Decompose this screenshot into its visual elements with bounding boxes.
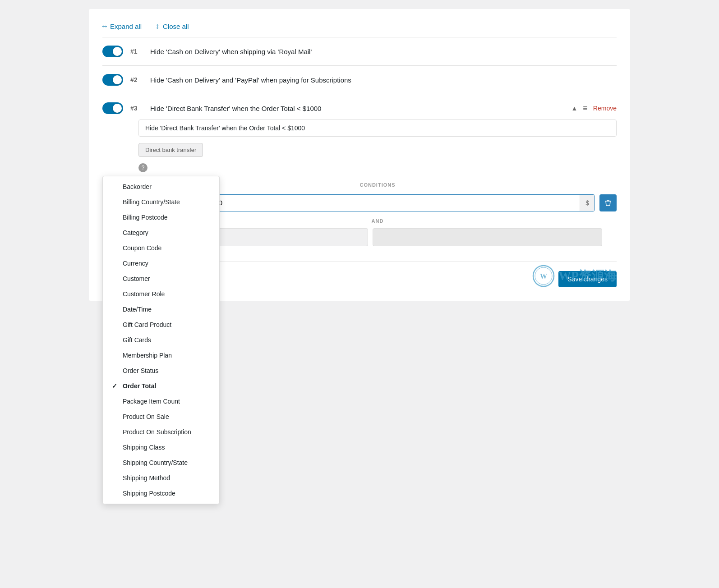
close-all-button[interactable]: ⤡ Close all [155, 23, 189, 30]
close-all-label: Close all [163, 23, 189, 30]
wp-logo-icon: W [532, 265, 555, 287]
dropdown-item[interactable]: Order Status [103, 363, 219, 378]
method-pill[interactable]: Direct bank transfer [138, 143, 203, 157]
dropdown-item[interactable]: Coupon Code [103, 240, 219, 256]
delete-condition-button[interactable] [599, 194, 617, 211]
dropdown-item-label: Shipping Method [123, 474, 170, 482]
description-field-group [138, 119, 617, 137]
svg-text:W: W [540, 272, 547, 280]
dropdown-item[interactable]: Membership Plan [103, 348, 219, 363]
dropdown-item-label: Product On Sale [123, 413, 169, 420]
payment-method-pills: Direct bank transfer [138, 143, 617, 157]
rule-3-title: Hide 'Direct Bank Transfer' when the Ord… [150, 105, 564, 112]
rule-1-title: Hide 'Cash on Delivery' when shipping vi… [150, 48, 617, 55]
dropdown-item-label: Date/Time [123, 306, 152, 313]
rule-3-actions: ▲ ≡ Remove [571, 104, 617, 113]
rule-1-num: #1 [130, 48, 143, 55]
sort-up-icon[interactable]: ▲ [571, 105, 577, 112]
help-icon[interactable]: ? [138, 163, 147, 172]
dropdown-item-label: Package Item Count [123, 398, 180, 405]
dropdown-item-label: Coupon Code [123, 244, 161, 252]
close-icon: ⤡ [153, 22, 161, 30]
dropdown-item-label: Order Status [123, 367, 158, 374]
rule-2-num: #2 [130, 76, 143, 83]
expand-all-label: Expand all [110, 23, 142, 30]
dropdown-menu: BackorderBilling Country/StateBilling Po… [102, 176, 220, 504]
dropdown-item[interactable]: Shipping Method [103, 470, 219, 486]
dropdown-item[interactable]: Backorder [103, 179, 219, 194]
dropdown-item-label: Customer Role [123, 290, 165, 298]
dropdown-item-label: Customer [123, 275, 150, 282]
dropdown-item-label: Currency [123, 260, 148, 267]
dropdown-item-label: Membership Plan [123, 352, 172, 359]
dropdown-item[interactable]: Product On Subscription [103, 424, 219, 440]
remove-button[interactable]: Remove [593, 105, 617, 112]
dropdown-item[interactable]: Billing Postcode [103, 210, 219, 225]
rule-3-header: #3 Hide 'Direct Bank Transfer' when the … [102, 94, 617, 119]
dropdown-item[interactable]: Customer [103, 271, 219, 286]
dropdown-item-label: Billing Postcode [123, 214, 168, 221]
dropdown-item-label: Category [123, 229, 148, 236]
rule-2-toggle[interactable] [102, 74, 123, 86]
check-mark: ✓ [112, 382, 119, 390]
dropdown-item-label: Backorder [123, 183, 152, 190]
currency-suffix: $ [580, 195, 595, 211]
rule-3-toggle[interactable] [102, 102, 123, 114]
dropdown-item[interactable]: Currency [103, 256, 219, 271]
rule-3-num: #3 [130, 105, 143, 112]
page-wrapper: ⤢ Expand all ⤡ Close all #1 Hide 'Cash o… [89, 9, 630, 301]
condition-value-input[interactable] [202, 195, 580, 211]
dropdown-item[interactable]: Customer Role [103, 286, 219, 302]
dropdown-item[interactable]: Gift Cards [103, 332, 219, 348]
dropdown-item-label: Shipping Class [123, 444, 165, 451]
empty-select-2 [373, 228, 602, 246]
dropdown-item[interactable]: Shipping Class [103, 440, 219, 455]
dropdown-item[interactable]: Billing Country/State [103, 194, 219, 210]
hamburger-icon[interactable]: ≡ [583, 104, 588, 113]
dropdown-item[interactable]: Category [103, 225, 219, 240]
dropdown-item-label: Gift Cards [123, 336, 151, 344]
dropdown-item[interactable]: Package Item Count [103, 394, 219, 409]
condition-value-wrapper: $ [202, 194, 595, 211]
top-bar: ⤢ Expand all ⤡ Close all [102, 18, 617, 37]
dropdown-item-label: Order Total [123, 382, 156, 390]
expand-all-button[interactable]: ⤢ Expand all [102, 23, 142, 30]
dropdown-item[interactable]: ✓Order Total [103, 378, 219, 394]
dropdown-item-label: Product On Subscription [123, 428, 191, 436]
dropdown-item-label: Shipping Postcode [123, 490, 175, 497]
rule-2-title: Hide 'Cash on Delivery' and 'PayPal' whe… [150, 76, 617, 84]
dropdown-item-label: Billing Country/State [123, 198, 180, 206]
dropdown-item-label: Gift Card Product [123, 321, 171, 328]
wp-watermark: W WP资源海 [532, 265, 617, 287]
dropdown-item[interactable]: Shipping Country/State [103, 455, 219, 470]
dropdown-item[interactable]: Date/Time [103, 302, 219, 317]
dropdown-item[interactable]: Shipping Postcode [103, 486, 219, 501]
description-input[interactable] [138, 119, 617, 137]
rule-row-1: #1 Hide 'Cash on Delivery' when shipping… [102, 37, 617, 66]
rule-row-2: #2 Hide 'Cash on Delivery' and 'PayPal' … [102, 66, 617, 94]
wp-text: WP资源海 [558, 267, 617, 285]
rule-1-toggle[interactable] [102, 46, 123, 57]
dropdown-item-label: Shipping Country/State [123, 459, 188, 466]
expand-icon: ⤢ [101, 22, 109, 30]
dropdown-item[interactable]: Product On Sale [103, 409, 219, 424]
trash-icon [605, 199, 611, 207]
dropdown-item[interactable]: Gift Card Product [103, 317, 219, 332]
